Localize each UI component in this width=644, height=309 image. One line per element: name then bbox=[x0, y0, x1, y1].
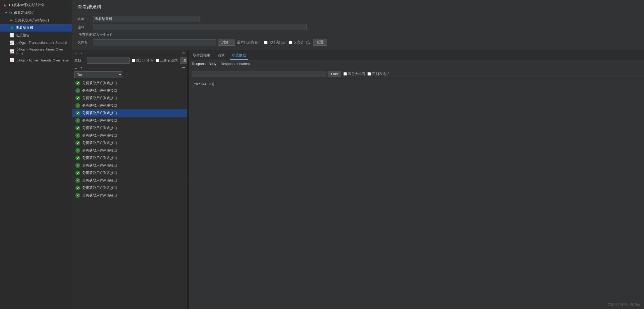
sidebar-item-0[interactable]: ✏分页获取用户列表接口 bbox=[0, 17, 72, 24]
list-item-8[interactable]: 分页获取用户列表接口 bbox=[72, 139, 187, 147]
down-arrow-icon[interactable]: ▼ bbox=[79, 52, 83, 55]
list-item-label-3: 分页获取用户列表接口 bbox=[82, 103, 117, 108]
sidebar-item-3[interactable]: 📈jp@gc - Transactions per Second bbox=[0, 39, 72, 46]
response-case-label[interactable]: 区分大小写 bbox=[343, 72, 365, 76]
error-log-checkbox[interactable] bbox=[264, 41, 267, 44]
list-item-label-11: 分页获取用户列表接口 bbox=[82, 163, 117, 168]
file-label: 文件名 bbox=[77, 40, 91, 45]
list-item-15[interactable]: 分页获取用户列表接口 bbox=[72, 192, 187, 199]
success-log-checkbox[interactable] bbox=[289, 41, 292, 44]
list-item-6[interactable]: 分页获取用户列表接口 bbox=[72, 124, 187, 132]
down-arrow2-icon[interactable]: ▼ bbox=[79, 66, 83, 69]
sidebar-item-4[interactable]: 📈jp@gc - Response Times Over Time bbox=[0, 46, 72, 57]
status-icon-13 bbox=[75, 178, 80, 183]
list-item-label-4: 分页获取用户列表接口 bbox=[82, 111, 117, 115]
main-content: 查看结果树 名称： 注释： 所有数据写入一个文件 文件名 浏览... 显示日志内… bbox=[72, 0, 644, 309]
status-icon-5 bbox=[75, 118, 80, 123]
list-item-5[interactable]: 分页获取用户列表接口 bbox=[72, 117, 187, 124]
sidebar-item-label-5: jp@gc - Active Threads Over Time bbox=[16, 58, 69, 62]
list-item-2[interactable]: 分页获取用户列表接口 bbox=[72, 94, 187, 102]
gear-icon: ⚙ bbox=[9, 11, 12, 15]
list-item-label-12: 分页获取用户列表接口 bbox=[82, 171, 117, 175]
sidebar-group-label: 低并发线程组 bbox=[14, 10, 35, 15]
sidebar-item-2[interactable]: 📊汇总报告 bbox=[0, 32, 72, 39]
sub-tab-0[interactable]: Response Body bbox=[192, 62, 216, 67]
app-title-label: 1.1版本xx系统测试计划 bbox=[9, 3, 45, 7]
response-regex-checkbox[interactable] bbox=[367, 72, 371, 76]
expand-icon: ▼ bbox=[5, 11, 7, 14]
response-search-input[interactable] bbox=[192, 71, 325, 77]
search-input[interactable] bbox=[87, 57, 130, 64]
list-item-14[interactable]: 分页获取用户列表接口 bbox=[72, 184, 187, 192]
case-checkbox[interactable] bbox=[132, 59, 135, 62]
right-panel: 取样器结果请求响应数据 Response BodyResponse header… bbox=[189, 51, 644, 309]
sidebar-item-icon-0: ✏ bbox=[10, 18, 13, 22]
response-search: Find 区分大小写 正则表达式 bbox=[189, 69, 644, 79]
case-checkbox-label[interactable]: 区分大小写 bbox=[132, 58, 154, 63]
list-item-label-9: 分页获取用户列表接口 bbox=[82, 148, 117, 153]
up-arrow-icon[interactable]: ▲ bbox=[74, 52, 78, 55]
error-log-checkbox-label[interactable]: 仅错误日志 bbox=[264, 40, 286, 45]
status-icon-12 bbox=[75, 171, 80, 175]
main-header: 查看结果树 bbox=[72, 0, 644, 13]
status-icon-14 bbox=[75, 186, 80, 190]
more-options2-icon[interactable]: ••• bbox=[182, 66, 185, 69]
sidebar-item-1[interactable]: 🌲查看结果树 bbox=[0, 24, 72, 32]
drag-handle[interactable]: ⋮ bbox=[123, 72, 130, 77]
list-item-3[interactable]: 分页获取用户列表接口 bbox=[72, 102, 187, 109]
file-input[interactable] bbox=[93, 39, 216, 45]
list-item-label-2: 分页获取用户列表接口 bbox=[82, 96, 117, 101]
status-icon-3 bbox=[75, 103, 80, 108]
name-input[interactable] bbox=[93, 16, 200, 22]
status-icon-15 bbox=[75, 193, 80, 198]
response-regex-label[interactable]: 正则表达式 bbox=[367, 72, 389, 76]
right-tab-1[interactable]: 请求 bbox=[216, 52, 227, 60]
status-icon-0 bbox=[75, 81, 80, 86]
status-icon-9 bbox=[75, 148, 80, 153]
list-item-label-7: 分页获取用户列表接口 bbox=[82, 133, 117, 138]
sidebar-item-label-4: jp@gc - Response Times Over Time bbox=[16, 47, 69, 55]
sidebar-item-icon-3: 📈 bbox=[10, 40, 14, 45]
list-item-9[interactable]: 分页获取用户列表接口 bbox=[72, 147, 187, 154]
list-item-11[interactable]: 分页获取用户列表接口 bbox=[72, 162, 187, 169]
sidebar-item-5[interactable]: 📈jp@gc - Active Threads Over Time bbox=[0, 57, 72, 64]
find-button[interactable]: 查找 bbox=[180, 57, 187, 64]
up-arrow2-icon[interactable]: ▲ bbox=[74, 66, 78, 69]
browse-button[interactable]: 浏览... bbox=[218, 39, 235, 46]
response-case-checkbox[interactable] bbox=[343, 72, 347, 76]
list-item-10[interactable]: 分页获取用户列表接口 bbox=[72, 154, 187, 162]
more-options-icon[interactable]: ••• bbox=[182, 51, 185, 55]
file-row: 文件名 浏览... 显示日志内容： 仅错误日志 仅成功日志 配置 bbox=[77, 39, 639, 46]
page-title: 查看结果树 bbox=[77, 4, 639, 10]
comment-input[interactable] bbox=[93, 24, 307, 30]
response-find-button[interactable]: Find bbox=[328, 71, 341, 77]
left-toolbar-2: ▲ ▼ ••• bbox=[72, 65, 187, 70]
success-log-checkbox-label[interactable]: 仅成功日志 bbox=[289, 40, 311, 45]
status-icon-11 bbox=[75, 163, 80, 168]
right-tab-0[interactable]: 取样器结果 bbox=[191, 52, 212, 60]
sub-tab-1[interactable]: Response headers bbox=[221, 62, 250, 67]
list-item-7[interactable]: 分页获取用户列表接口 bbox=[72, 132, 187, 139]
list-item-13[interactable]: 分页获取用户列表接口 bbox=[72, 177, 187, 184]
list-item-4[interactable]: 分页获取用户列表接口 bbox=[72, 109, 187, 117]
format-select[interactable]: TextJSONXMLHTMLBoundaryRegexp Tester bbox=[74, 71, 122, 78]
response-content: {"a":44.90} bbox=[192, 82, 215, 86]
right-tab-2[interactable]: 响应数据 bbox=[230, 52, 248, 60]
list-item-12[interactable]: 分页获取用户列表接口 bbox=[72, 169, 187, 177]
display-options: 显示日志内容： 仅错误日志 仅成功日志 配置 bbox=[237, 39, 327, 46]
regex-checkbox-label[interactable]: 正则表达式 bbox=[156, 58, 178, 63]
sidebar-item-icon-4: 📈 bbox=[10, 49, 14, 53]
status-icon-2 bbox=[75, 96, 80, 101]
list-item-label-6: 分页获取用户列表接口 bbox=[82, 126, 117, 130]
status-icon-4 bbox=[75, 111, 80, 115]
comment-label: 注释： bbox=[77, 25, 91, 30]
config-button[interactable]: 配置 bbox=[313, 39, 327, 46]
name-label: 名称： bbox=[77, 17, 91, 21]
list-item-0[interactable]: 分页获取用户列表接口 bbox=[72, 79, 187, 87]
app-title[interactable]: ▲ 1.1版本xx系统测试计划 bbox=[0, 1, 72, 9]
list-item-1[interactable]: 分页获取用户列表接口 bbox=[72, 87, 187, 94]
regex-checkbox[interactable] bbox=[156, 59, 159, 62]
sidebar-group[interactable]: ▼ ⚙ 低并发线程组 bbox=[0, 9, 72, 17]
status-icon-10 bbox=[75, 156, 80, 160]
list-item-label-5: 分页获取用户列表接口 bbox=[82, 118, 117, 123]
